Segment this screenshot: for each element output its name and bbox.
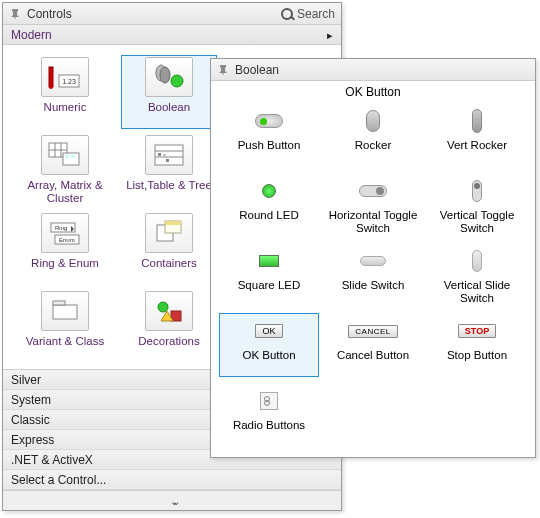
item-ok-button[interactable]: OK OK Button [219,313,319,377]
radio-buttons-icon [243,385,295,417]
item-cancel-button[interactable]: CANCEL Cancel Button [323,313,423,377]
item-label: Ring & Enum [31,257,99,283]
svg-rect-20 [166,159,169,162]
item-round-led[interactable]: Round LED [219,173,319,237]
list-icon [145,135,193,175]
svg-rect-29 [53,301,65,305]
item-list-table-tree[interactable]: List,Table & Tree [121,133,217,207]
item-containers[interactable]: Containers [121,211,217,285]
item-variant-class[interactable]: Variant & Class [17,289,113,363]
svg-text:Enum: Enum [59,237,75,243]
item-label: Boolean [148,101,190,127]
push-button-icon [243,105,295,137]
ok-button-icon: OK [243,315,295,347]
item-vert-rocker[interactable]: Vert Rocker [427,103,527,167]
item-square-led[interactable]: Square LED [219,243,319,307]
svg-rect-14 [71,155,75,158]
svg-rect-28 [53,305,77,319]
controls-title: Controls [27,7,72,21]
svg-text:Ring: Ring [55,225,67,231]
category-select-control[interactable]: Select a Control... [3,470,341,490]
search-box[interactable]: Search [281,7,335,21]
item-vertical-slide-switch[interactable]: Vertical Slide Switch [427,243,527,307]
svg-rect-12 [63,153,79,165]
item-label: List,Table & Tree [126,179,212,205]
stop-button-icon: STOP [451,315,503,347]
boolean-grid: Push Button Rocker Vert Rocker Round LED… [211,99,535,457]
item-ring-enum[interactable]: RingEnum Ring & Enum [17,211,113,285]
item-array-matrix-cluster[interactable]: Array, Matrix & Cluster [17,133,113,207]
svg-point-7 [171,75,183,87]
svg-rect-1 [49,67,53,87]
item-rocker[interactable]: Rocker [323,103,423,167]
category-label: Modern [11,28,52,42]
square-led-icon [243,245,295,277]
expand-toggle[interactable] [3,490,341,510]
boolean-palette: Boolean OK Button Push Button Rocker Ver… [210,58,536,458]
svg-text:1.23: 1.23 [62,78,76,85]
svg-point-2 [49,85,53,89]
svg-rect-27 [165,221,181,225]
item-label: Decorations [138,335,199,361]
item-stop-button[interactable]: STOP Stop Button [427,313,527,377]
pin-icon[interactable] [217,64,229,76]
controls-header: Controls Search [3,3,341,25]
svg-rect-32 [223,72,224,75]
v-toggle-icon [451,175,503,207]
item-label: Numeric [44,101,87,127]
array-icon [41,135,89,175]
slide-switch-icon [347,245,399,277]
ring-icon: RingEnum [41,213,89,253]
category-modern[interactable]: Modern [3,25,341,45]
search-icon [281,8,293,20]
chevron-down-icon [170,494,174,508]
item-vertical-toggle-switch[interactable]: Vertical Toggle Switch [427,173,527,237]
v-slide-switch-icon [451,245,503,277]
h-toggle-icon [347,175,399,207]
boolean-title: Boolean [235,63,279,77]
containers-icon [145,213,193,253]
boolean-header: Boolean [211,59,535,81]
vert-rocker-icon [451,105,503,137]
svg-point-6 [160,67,170,83]
numeric-icon: 1.23 [41,57,89,97]
svg-rect-18 [158,153,161,156]
item-label: Array, Matrix & Cluster [19,179,111,205]
item-numeric[interactable]: 1.23 Numeric [17,55,113,129]
item-radio-buttons[interactable]: Radio Buttons [219,383,319,447]
item-horizontal-toggle-switch[interactable]: Horizontal Toggle Switch [323,173,423,237]
svg-point-30 [158,302,168,312]
item-label: Variant & Class [26,335,104,361]
search-label: Search [297,7,335,21]
cancel-button-icon: CANCEL [347,315,399,347]
svg-rect-0 [15,16,16,19]
item-slide-switch[interactable]: Slide Switch [323,243,423,307]
pin-icon[interactable] [9,8,21,20]
item-label: Containers [141,257,197,283]
rocker-icon [347,105,399,137]
item-push-button[interactable]: Push Button [219,103,319,167]
item-decorations[interactable]: Decorations [121,289,217,363]
variant-icon [41,291,89,331]
submenu-arrow-icon [327,28,333,42]
decorations-icon [145,291,193,331]
round-led-icon [243,175,295,207]
boolean-heading: OK Button [211,81,535,99]
svg-rect-13 [65,155,69,158]
boolean-icon [145,57,193,97]
item-boolean[interactable]: Boolean [121,55,217,129]
